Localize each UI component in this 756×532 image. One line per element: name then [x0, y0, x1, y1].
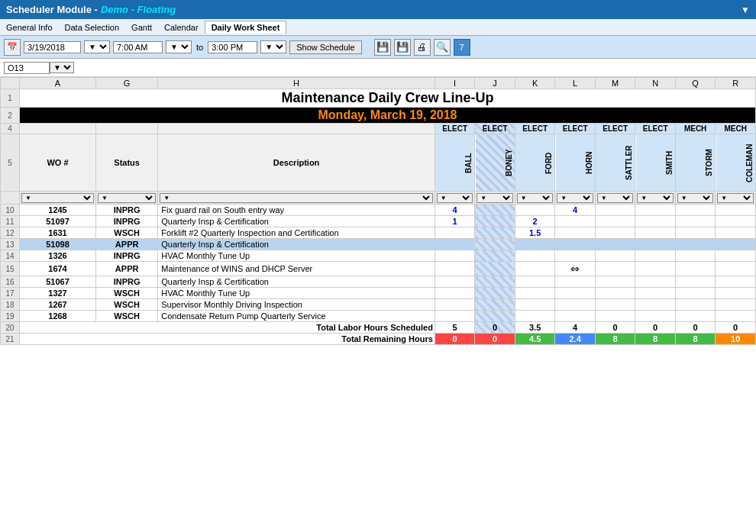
- print-icon[interactable]: 🖨: [414, 39, 431, 56]
- val-J-14: [475, 250, 515, 262]
- desc-cell: Maintenance of WINS and DHCP Server: [158, 262, 435, 276]
- val-L-17: [555, 288, 596, 299]
- val-Q-18: [675, 299, 716, 311]
- val-L-13: [555, 239, 596, 250]
- title-bar: Scheduler Module - Demo - Floating ▼: [0, 0, 756, 19]
- R-filter[interactable]: ▼: [717, 193, 754, 203]
- val-J-11: [475, 216, 515, 227]
- desc-cell: Condensate Return Pump Quarterly Service: [158, 311, 435, 322]
- total-scheduled-label: Total Labor Hours Scheduled: [20, 322, 435, 334]
- module-title: Scheduler Module -: [6, 4, 98, 15]
- val-J-17: [475, 288, 515, 299]
- search-icon[interactable]: 🔍: [434, 39, 451, 56]
- data-row[interactable]: 13 51098 APPR Quarterly Insp & Certifica…: [1, 239, 756, 250]
- save-icon[interactable]: 💾: [374, 39, 391, 56]
- data-row[interactable]: 10 1245 INPRG Fix guard rail on South en…: [1, 205, 756, 216]
- row-num-21: 21: [1, 334, 20, 345]
- data-row[interactable]: 15 1674 APPR Maintenance of WINS and DHC…: [1, 262, 756, 276]
- date-input[interactable]: [24, 41, 81, 53]
- wo-cell: 1631: [20, 227, 96, 239]
- menu-general-info[interactable]: General Info: [0, 21, 59, 34]
- status-filter[interactable]: ▼: [98, 193, 156, 203]
- data-row[interactable]: 12 1631 WSCH Forklift #2 Quarterly Inspe…: [1, 227, 756, 239]
- K-filter[interactable]: ▼: [517, 193, 554, 203]
- num7-icon[interactable]: 7: [454, 39, 470, 56]
- N-filter[interactable]: ▼: [637, 193, 674, 203]
- val-Q-17: [675, 288, 716, 299]
- val-K-19: [515, 311, 555, 322]
- row-num-2: 2: [1, 108, 20, 124]
- total-scheduled-K: 3.5: [515, 322, 555, 334]
- menu-gantt[interactable]: Gantt: [125, 21, 158, 34]
- header-desc: Description: [158, 134, 435, 192]
- total-scheduled-L: 4: [555, 322, 596, 334]
- time-from-input[interactable]: [113, 41, 163, 53]
- data-row[interactable]: 16 51067 INPRG Quarterly Insp & Certific…: [1, 276, 756, 288]
- calendar-icon[interactable]: 📅: [4, 39, 21, 56]
- save2-icon[interactable]: 💾: [394, 39, 411, 56]
- desc-filter[interactable]: ▼: [160, 193, 433, 203]
- data-row[interactable]: 14 1326 INPRG HVAC Monthly Tune Up: [1, 250, 756, 262]
- val-K-15: [515, 262, 555, 276]
- val-J-10: [475, 205, 515, 216]
- total-remaining-J: 0: [475, 334, 515, 345]
- menu-bar: General Info Data Selection Gantt Calend…: [0, 19, 756, 36]
- col-header-I: I: [435, 78, 475, 89]
- val-I-13: [435, 239, 475, 250]
- L-filter[interactable]: ▼: [557, 193, 593, 203]
- time-to-input[interactable]: [208, 41, 257, 53]
- val-J-19: [475, 311, 515, 322]
- menu-calendar[interactable]: Calendar: [158, 21, 205, 34]
- menu-data-selection[interactable]: Data Selection: [59, 21, 126, 34]
- data-row[interactable]: 19 1268 WSCH Condensate Return Pump Quar…: [1, 311, 756, 322]
- val-N-15: [635, 262, 676, 276]
- col-header-K: K: [515, 78, 555, 89]
- total-remaining-N: 8: [635, 334, 676, 345]
- data-row[interactable]: 11 51097 INPRG Quarterly Insp & Certific…: [1, 216, 756, 227]
- val-R-19: [716, 311, 756, 322]
- col-header-row: A G H I J K L M N Q R: [1, 78, 756, 89]
- val-K-18: [515, 299, 555, 311]
- wo-filter[interactable]: ▼: [21, 193, 94, 203]
- val-Q-19: [675, 311, 716, 322]
- val-K-12: 1.5: [515, 227, 555, 239]
- cell-ref-dropdown[interactable]: ▼: [50, 62, 74, 73]
- val-M-17: [595, 288, 635, 299]
- Q-filter[interactable]: ▼: [677, 193, 714, 203]
- val-N-10: [635, 205, 676, 216]
- header-L: HORN: [555, 134, 596, 192]
- J-filter[interactable]: ▼: [477, 193, 513, 203]
- val-R-18: [716, 299, 756, 311]
- show-schedule-button[interactable]: Show Schedule: [289, 40, 361, 54]
- status-cell: WSCH: [96, 299, 158, 311]
- title-dropdown[interactable]: ▼: [741, 5, 750, 15]
- val-M-12: [595, 227, 635, 239]
- cell-ref-input[interactable]: [4, 62, 50, 74]
- total-scheduled-N: 0: [635, 322, 676, 334]
- header-J: BONEY: [475, 134, 515, 192]
- I-filter[interactable]: ▼: [437, 193, 473, 203]
- val-K-10: [515, 205, 555, 216]
- main-table: A G H I J K L M N Q R 1 Maintenance Dail…: [0, 77, 756, 345]
- status-cell: APPR: [96, 239, 158, 250]
- row-num-1: 1: [1, 89, 20, 108]
- status-cell: INPRG: [96, 250, 158, 262]
- date-row: 2 Monday, March 19, 2018: [1, 108, 756, 124]
- M-filter[interactable]: ▼: [597, 193, 634, 203]
- data-row[interactable]: 18 1267 WSCH Supervisor Monthly Driving …: [1, 299, 756, 311]
- demo-title: Demo - Floating: [101, 4, 176, 15]
- data-row[interactable]: 17 1327 WSCH HVAC Monthly Tune Up: [1, 288, 756, 299]
- menu-daily-work-sheet[interactable]: Daily Work Sheet: [205, 21, 287, 34]
- wo-cell: 1245: [20, 205, 96, 216]
- time-to-dropdown[interactable]: ▼: [260, 40, 286, 53]
- col-header-N: N: [635, 78, 676, 89]
- val-I-16: [435, 276, 475, 288]
- date-dropdown[interactable]: ▼: [84, 40, 110, 53]
- time-from-dropdown[interactable]: ▼: [166, 40, 192, 53]
- val-L-15: ⇔: [555, 262, 596, 276]
- val-I-17: [435, 288, 475, 299]
- status-cell: INPRG: [96, 276, 158, 288]
- val-N-16: [635, 276, 676, 288]
- crew-type-L: ELECT: [555, 124, 596, 134]
- desc-cell: Fix guard rail on South entry way: [158, 205, 435, 216]
